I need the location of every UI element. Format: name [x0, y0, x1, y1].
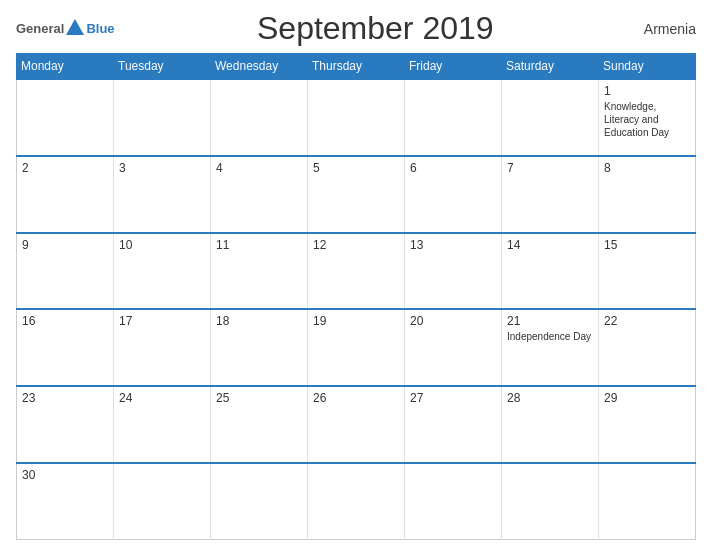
calendar-cell: 25 — [211, 386, 308, 463]
calendar-week-row: 2345678 — [17, 156, 696, 233]
calendar-cell: 19 — [308, 309, 405, 386]
calendar-cell: 30 — [17, 463, 114, 540]
day-number: 5 — [313, 161, 399, 175]
logo-general-text: General — [16, 21, 64, 36]
day-number: 24 — [119, 391, 205, 405]
day-number: 2 — [22, 161, 108, 175]
calendar-week-row: 161718192021Independence Day22 — [17, 309, 696, 386]
calendar-cell: 20 — [405, 309, 502, 386]
calendar-cell — [502, 463, 599, 540]
day-number: 22 — [604, 314, 690, 328]
holiday-label: Independence Day — [507, 330, 593, 343]
calendar-cell: 18 — [211, 309, 308, 386]
day-number: 14 — [507, 238, 593, 252]
calendar-cell: 21Independence Day — [502, 309, 599, 386]
header-sunday: Sunday — [599, 54, 696, 80]
calendar-page: General Blue September 2019 Armenia Mond… — [0, 0, 712, 550]
calendar-cell: 22 — [599, 309, 696, 386]
calendar-cell: 14 — [502, 233, 599, 310]
day-number: 4 — [216, 161, 302, 175]
logo-blue-text: Blue — [86, 21, 114, 36]
calendar-cell: 12 — [308, 233, 405, 310]
calendar-cell — [211, 79, 308, 156]
day-number: 25 — [216, 391, 302, 405]
day-number: 21 — [507, 314, 593, 328]
calendar-table: Monday Tuesday Wednesday Thursday Friday… — [16, 53, 696, 540]
day-number: 16 — [22, 314, 108, 328]
calendar-cell: 9 — [17, 233, 114, 310]
days-header-row: Monday Tuesday Wednesday Thursday Friday… — [17, 54, 696, 80]
day-number: 13 — [410, 238, 496, 252]
calendar-cell: 24 — [114, 386, 211, 463]
day-number: 20 — [410, 314, 496, 328]
day-number: 10 — [119, 238, 205, 252]
calendar-cell: 26 — [308, 386, 405, 463]
calendar-cell: 28 — [502, 386, 599, 463]
day-number: 29 — [604, 391, 690, 405]
logo: General Blue — [16, 19, 115, 38]
calendar-cell: 5 — [308, 156, 405, 233]
calendar-cell — [308, 79, 405, 156]
day-number: 19 — [313, 314, 399, 328]
calendar-cell: 4 — [211, 156, 308, 233]
logo-triangle-icon — [66, 19, 84, 35]
country-name: Armenia — [636, 21, 696, 37]
calendar-week-row: 23242526272829 — [17, 386, 696, 463]
calendar-week-row: 1Knowledge, Literacy and Education Day — [17, 79, 696, 156]
calendar-cell: 29 — [599, 386, 696, 463]
day-number: 3 — [119, 161, 205, 175]
header-tuesday: Tuesday — [114, 54, 211, 80]
day-number: 23 — [22, 391, 108, 405]
day-number: 27 — [410, 391, 496, 405]
calendar-cell — [17, 79, 114, 156]
header: General Blue September 2019 Armenia — [16, 10, 696, 47]
calendar-cell: 16 — [17, 309, 114, 386]
day-number: 26 — [313, 391, 399, 405]
calendar-cell: 2 — [17, 156, 114, 233]
calendar-cell: 17 — [114, 309, 211, 386]
header-saturday: Saturday — [502, 54, 599, 80]
calendar-cell: 13 — [405, 233, 502, 310]
day-number: 1 — [604, 84, 690, 98]
calendar-cell — [405, 79, 502, 156]
calendar-cell — [308, 463, 405, 540]
calendar-cell: 8 — [599, 156, 696, 233]
calendar-cell: 1Knowledge, Literacy and Education Day — [599, 79, 696, 156]
day-number: 11 — [216, 238, 302, 252]
calendar-cell: 15 — [599, 233, 696, 310]
calendar-cell: 6 — [405, 156, 502, 233]
day-number: 12 — [313, 238, 399, 252]
calendar-cell — [114, 463, 211, 540]
holiday-label: Knowledge, Literacy and Education Day — [604, 100, 690, 139]
calendar-cell — [599, 463, 696, 540]
calendar-cell — [114, 79, 211, 156]
day-number: 7 — [507, 161, 593, 175]
svg-marker-0 — [66, 19, 84, 35]
calendar-cell: 10 — [114, 233, 211, 310]
calendar-cell: 3 — [114, 156, 211, 233]
calendar-cell: 23 — [17, 386, 114, 463]
day-number: 17 — [119, 314, 205, 328]
day-number: 8 — [604, 161, 690, 175]
calendar-cell — [211, 463, 308, 540]
calendar-cell: 7 — [502, 156, 599, 233]
calendar-cell — [405, 463, 502, 540]
day-number: 6 — [410, 161, 496, 175]
header-wednesday: Wednesday — [211, 54, 308, 80]
header-friday: Friday — [405, 54, 502, 80]
calendar-cell: 11 — [211, 233, 308, 310]
day-number: 30 — [22, 468, 108, 482]
day-number: 9 — [22, 238, 108, 252]
day-number: 15 — [604, 238, 690, 252]
calendar-week-row: 9101112131415 — [17, 233, 696, 310]
calendar-week-row: 30 — [17, 463, 696, 540]
header-monday: Monday — [17, 54, 114, 80]
calendar-title: September 2019 — [115, 10, 636, 47]
day-number: 18 — [216, 314, 302, 328]
day-number: 28 — [507, 391, 593, 405]
header-thursday: Thursday — [308, 54, 405, 80]
calendar-cell — [502, 79, 599, 156]
calendar-cell: 27 — [405, 386, 502, 463]
